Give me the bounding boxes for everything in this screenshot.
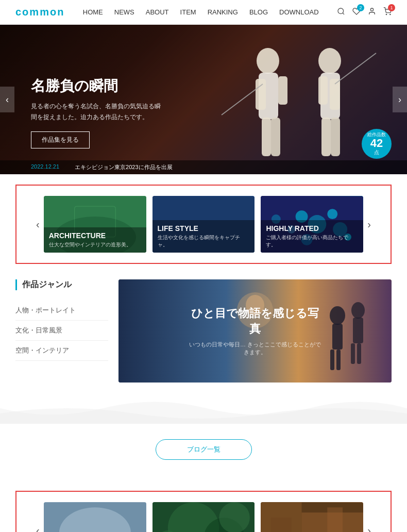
genre-list: 人物・ポートレイト 文化・日常風景 空間・インテリア [15, 301, 108, 361]
hero-cta-button[interactable]: 作品集を見る [31, 131, 90, 148]
svg-point-37 [330, 306, 345, 325]
hero-title: 名勝負の瞬間 [31, 76, 165, 96]
site-header: common HOME NEWS ABOUT ITEM RANKING BLOG… [0, 0, 407, 25]
hero-counter: 総作品数 42 点 [362, 129, 392, 159]
nav-download[interactable]: DOWNLOAD [279, 8, 319, 16]
category2-carousel: ‹ かわいい動物 キュートな動物ポートレート集 [15, 491, 392, 532]
svg-rect-15 [318, 76, 328, 105]
hero-next-button[interactable]: › [393, 87, 407, 112]
svg-point-12 [318, 48, 341, 74]
site-logo[interactable]: common [15, 6, 64, 18]
carousel1-item-1-title: ARCHITECTURE [49, 231, 141, 240]
genre-item-0[interactable]: 人物・ポートレイト [15, 301, 108, 321]
carousel1-item-lifestyle-label: LIFE STYLE 生活や文化を感じる瞬間をキャプチャ。 [152, 220, 255, 253]
svg-point-54 [219, 502, 250, 532]
svg-point-5 [257, 48, 279, 74]
blog-button-section: ブログ一覧 [0, 424, 407, 480]
carousel1-item-lifestyle[interactable]: LIFE STYLE 生活や文化を感じる瞬間をキャプチャ。 [152, 196, 255, 253]
svg-point-41 [351, 302, 365, 319]
genre-sidebar: 作品ジャンル 人物・ポートレイト 文化・日常風景 空間・インテリア [15, 279, 118, 383]
svg-rect-17 [331, 118, 340, 156]
svg-rect-9 [262, 118, 271, 156]
cart-icon[interactable]: 1 [383, 7, 392, 18]
hero-section: 名勝負の瞬間 見る者の心を奪う名試合、名勝負の気気迫る瞬間を捉えました。迫力ある… [0, 25, 407, 174]
nav-about[interactable]: ABOUT [146, 8, 169, 16]
user-icon[interactable] [368, 7, 376, 18]
svg-line-18 [335, 53, 376, 84]
carousel1-item-3-title: HIGHLY RATED [266, 224, 358, 232]
carousel1-item-1-sub: 仕大な空間やインテリアの造形美。 [49, 241, 141, 248]
svg-rect-40 [336, 350, 341, 370]
wave-divider [0, 398, 407, 424]
svg-line-1 [343, 13, 344, 14]
logo-prefix: co [15, 6, 29, 18]
svg-rect-44 [357, 343, 361, 364]
animals-bg [44, 502, 146, 532]
daily-bg [261, 502, 363, 532]
blog-list-button[interactable]: ブログ一覧 [156, 439, 252, 460]
counter-unit: 点 [374, 149, 379, 156]
svg-rect-8 [278, 76, 287, 105]
logo-suffix: on [50, 6, 64, 18]
genre-item-2[interactable]: 空間・インテリア [15, 341, 108, 361]
carousel2-item-daily[interactable]: 日常のかけら 何気ない日常を切り取った写真集 [261, 502, 363, 532]
carousel1-item-architecture-label: ARCHITECTURE 仕大な空間やインテリアの造形美。 [44, 227, 146, 253]
genre-section-title: 作品ジャンル [15, 279, 108, 290]
nav-news[interactable]: NEWS [114, 8, 134, 16]
carousel2-item-nature[interactable]: 大自然と地球 地球の息吹を感じる写真のまとめ [152, 502, 255, 532]
genre-item-1[interactable]: 文化・日常風景 [15, 321, 108, 341]
nav-home[interactable]: HOME [83, 8, 103, 16]
svg-point-3 [386, 14, 386, 14]
wishlist-icon[interactable]: 2 [352, 7, 361, 18]
about-text: ひと目で物語を感じる写真 いつもの日常や毎日… きっとここで感じることができます… [187, 306, 324, 356]
carousel1-prev-button[interactable]: ‹ [32, 219, 44, 230]
carousel1-item-2-sub: 生活や文化を感じる瞬間をキャプチャ。 [158, 234, 250, 248]
genre-about-section: 作品ジャンル 人物・ポートレイト 文化・日常風景 空間・インテリア ABOUT [0, 279, 407, 383]
svg-rect-59 [271, 518, 292, 532]
nature-bg [152, 502, 255, 532]
logo-accent: mm [29, 6, 50, 18]
svg-rect-16 [321, 118, 331, 156]
about-desc: いつもの日常や毎日… きっとここで感じることができます。 [187, 341, 324, 356]
fencer-illustration [211, 32, 386, 172]
carousel1-item-architecture[interactable]: ARCHITECTURE 仕大な空間やインテリアの造形美。 [44, 196, 146, 253]
main-nav: HOME NEWS ABOUT ITEM RANKING BLOG DOWNLO… [83, 8, 319, 16]
wishlist-badge: 2 [357, 4, 364, 11]
carousel1-next-button[interactable]: › [363, 219, 375, 230]
nav-blog[interactable]: BLOG [249, 8, 268, 16]
nav-item[interactable]: ITEM [180, 8, 196, 16]
svg-point-31 [328, 209, 338, 219]
svg-rect-39 [330, 350, 334, 370]
cart-badge: 1 [388, 4, 395, 11]
carousel1-item-2-title: LIFE STYLE [158, 224, 250, 232]
svg-rect-7 [256, 79, 266, 110]
carousel1-item-highlyrated-label: HIGHLY RATED ご購入者様の評価が高い商品たちです。 [261, 220, 363, 253]
search-icon[interactable] [337, 7, 345, 18]
carousel2-prev-button[interactable]: ‹ [32, 525, 44, 533]
counter-num: 42 [370, 138, 383, 149]
carousel2-items: かわいい動物 キュートな動物ポートレート集 大自然と地球 地球の息吹を感じる写真… [44, 502, 364, 532]
carousel1-item-highlyrated[interactable]: HIGHLY RATED ご購入者様の評価が高い商品たちです。 [261, 196, 363, 253]
svg-rect-60 [328, 507, 343, 532]
about-title: ひと目で物語を感じる写真 [187, 306, 324, 337]
svg-rect-43 [351, 343, 355, 364]
category-carousel: ‹ ARCHITECTURE 仕大な空間やインテリアの造形美。 [15, 185, 392, 264]
svg-rect-10 [271, 118, 280, 156]
carousel1-items: ARCHITECTURE 仕大な空間やインテリアの造形美。 LIFE STYLE… [44, 196, 364, 253]
header-icons: 2 1 [337, 7, 392, 18]
about-banner: ABOUT ひ [118, 279, 392, 383]
svg-point-0 [338, 8, 344, 14]
svg-point-4 [390, 14, 391, 14]
svg-point-2 [370, 8, 373, 11]
svg-rect-42 [353, 318, 363, 343]
hero-content: 名勝負の瞬間 見る者の心を奪う名試合、名勝負の気気迫る瞬間を捉えました。迫力ある… [31, 76, 165, 148]
carousel2-next-button[interactable]: › [363, 525, 375, 533]
svg-rect-38 [332, 324, 343, 350]
nav-ranking[interactable]: RANKING [208, 8, 238, 16]
carousel1-item-3-sub: ご購入者様の評価が高い商品たちです。 [266, 234, 358, 248]
hero-prev-button[interactable]: ‹ [0, 87, 14, 112]
news-date: 2022.12.21 [31, 163, 59, 171]
carousel2-item-animals[interactable]: かわいい動物 キュートな動物ポートレート集 [44, 502, 146, 532]
news-text: エキシビジョン東京2023に作品を出展 [75, 163, 172, 171]
hero-desc: 見る者の心を奪う名試合、名勝負の気気迫る瞬間を捉えました。迫力ある作品たちです。 [31, 101, 165, 122]
